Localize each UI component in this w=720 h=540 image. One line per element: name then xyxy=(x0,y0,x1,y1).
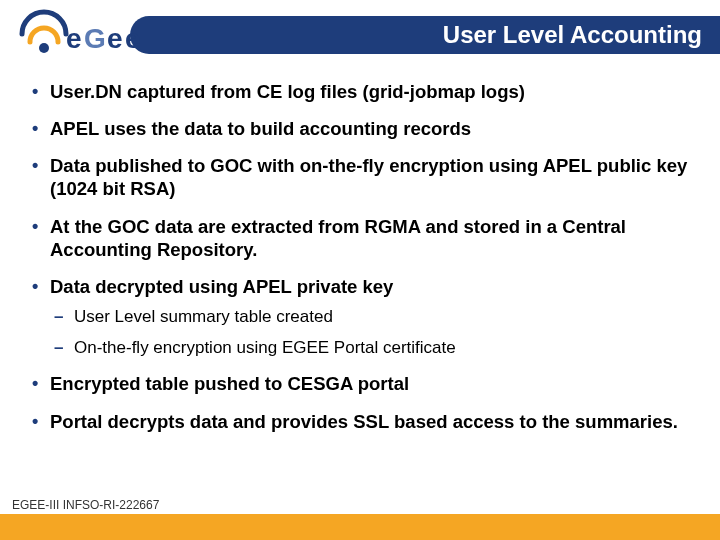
bullet-text: Data decrypted using APEL private key xyxy=(50,276,393,297)
sub-bullet-text: User Level summary table created xyxy=(74,307,333,326)
egee-logo: e G e e xyxy=(12,4,162,62)
title-bar: User Level Accounting xyxy=(130,16,720,54)
sub-bullet-item: On-the-fly encryption using EGEE Portal … xyxy=(50,337,692,358)
sub-bullet-item: User Level summary table created xyxy=(50,306,692,327)
footer-text: EGEE-III INFSO-RI-222667 xyxy=(12,498,159,512)
svg-text:e: e xyxy=(66,23,82,54)
slide-content: User.DN captured from CE log files (grid… xyxy=(0,68,720,433)
bullet-item: User.DN captured from CE log files (grid… xyxy=(28,80,692,103)
bullet-item: APEL uses the data to build accounting r… xyxy=(28,117,692,140)
bullet-item: Encrypted table pushed to CESGA portal xyxy=(28,372,692,395)
bullet-item: Data published to GOC with on-the-fly en… xyxy=(28,154,692,200)
svg-text:G: G xyxy=(84,23,106,54)
sub-bullet-list: User Level summary table created On-the-… xyxy=(50,306,692,359)
bullet-list: User.DN captured from CE log files (grid… xyxy=(28,80,692,433)
bullet-text: At the GOC data are extracted from RGMA … xyxy=(50,216,626,260)
footer-bar xyxy=(0,514,720,540)
svg-text:e: e xyxy=(125,23,141,54)
svg-text:e: e xyxy=(107,23,123,54)
bullet-text: Encrypted table pushed to CESGA portal xyxy=(50,373,409,394)
bullet-text: User.DN captured from CE log files (grid… xyxy=(50,81,525,102)
bullet-text: APEL uses the data to build accounting r… xyxy=(50,118,471,139)
bullet-item: Data decrypted using APEL private key Us… xyxy=(28,275,692,359)
bullet-text: Data published to GOC with on-the-fly en… xyxy=(50,155,687,199)
svg-point-0 xyxy=(39,43,49,53)
sub-bullet-text: On-the-fly encryption using EGEE Portal … xyxy=(74,338,456,357)
bullet-text: Portal decrypts data and provides SSL ba… xyxy=(50,411,678,432)
bullet-item: At the GOC data are extracted from RGMA … xyxy=(28,215,692,261)
slide-title: User Level Accounting xyxy=(443,21,702,49)
bullet-item: Portal decrypts data and provides SSL ba… xyxy=(28,410,692,433)
slide-header: User Level Accounting e G e e xyxy=(0,0,720,68)
